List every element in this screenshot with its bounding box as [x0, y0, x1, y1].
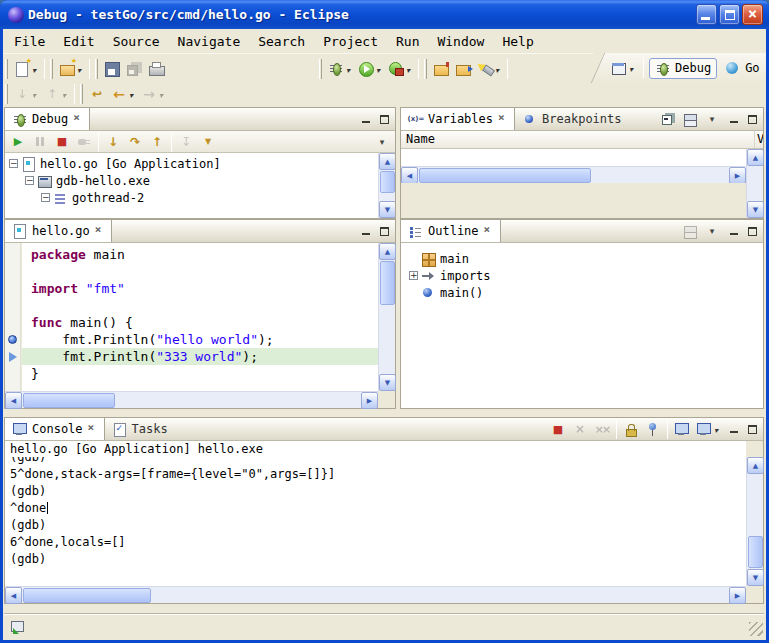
- breakpoint-icon[interactable]: [8, 335, 17, 344]
- editor-vertical-scrollbar[interactable]: [378, 243, 395, 391]
- variables-vertical-scrollbar[interactable]: [746, 149, 763, 218]
- menu-item-file[interactable]: File: [5, 32, 54, 51]
- menu-item-help[interactable]: Help: [493, 32, 542, 51]
- expander-icon[interactable]: +: [409, 271, 418, 280]
- scroll-down-button[interactable]: [379, 201, 395, 218]
- close-view-icon[interactable]: [483, 225, 493, 237]
- suspend-button[interactable]: [29, 132, 51, 152]
- maximize-view-button[interactable]: [744, 112, 761, 127]
- tab-tasks[interactable]: Tasks: [105, 418, 175, 440]
- ruler-row[interactable]: [5, 365, 20, 382]
- editor-code[interactable]: package mainimport "fmt"func main() { fm…: [22, 243, 378, 391]
- search-button[interactable]: [474, 57, 504, 81]
- expander-icon[interactable]: −: [41, 193, 50, 202]
- toolbar-grip[interactable]: [319, 59, 322, 79]
- debug-vertical-scrollbar[interactable]: [378, 153, 395, 218]
- menu-item-edit[interactable]: Edit: [54, 32, 103, 51]
- close-editor-icon[interactable]: [94, 225, 104, 237]
- tab-hello-go[interactable]: hello.go: [5, 220, 112, 242]
- scrollbar-thumb[interactable]: [23, 393, 115, 408]
- close-view-icon[interactable]: [87, 423, 97, 435]
- scrollbar-thumb[interactable]: [419, 168, 591, 183]
- view-menu-button[interactable]: [701, 107, 723, 131]
- scroll-left-button[interactable]: [5, 587, 22, 604]
- remove-all-launches-button[interactable]: [591, 417, 613, 441]
- ruler-row[interactable]: [5, 331, 20, 348]
- drop-to-frame-button[interactable]: [175, 132, 197, 152]
- debug-tree-item[interactable]: −gdb-hello.exe: [5, 172, 395, 189]
- previous-annotation-button[interactable]: [41, 84, 71, 104]
- code-line[interactable]: }: [22, 365, 378, 382]
- use-step-filters-button[interactable]: [197, 132, 219, 152]
- open-console-button[interactable]: [693, 417, 723, 441]
- close-view-icon[interactable]: [497, 113, 507, 125]
- forward-button[interactable]: [138, 84, 168, 104]
- view-menu-button[interactable]: [371, 132, 393, 152]
- back-button[interactable]: [108, 84, 138, 104]
- scroll-down-button[interactable]: [747, 201, 764, 218]
- code-line[interactable]: [22, 263, 378, 280]
- tab-outline[interactable]: Outline: [401, 220, 501, 242]
- console-horizontal-scrollbar[interactable]: [5, 586, 746, 603]
- scroll-up-button[interactable]: [747, 457, 764, 474]
- toolbar-grip[interactable]: [5, 84, 8, 104]
- set-layout-button[interactable]: [679, 107, 701, 131]
- terminate-button[interactable]: [51, 132, 73, 152]
- code-line[interactable]: func main() {: [22, 314, 378, 331]
- step-over-button[interactable]: [124, 132, 146, 152]
- toolbar-grip[interactable]: [50, 59, 53, 79]
- scroll-up-button[interactable]: [379, 153, 395, 170]
- scrollbar-thumb[interactable]: [380, 171, 395, 193]
- view-menu-button[interactable]: [701, 219, 723, 243]
- close-view-icon[interactable]: [72, 113, 82, 125]
- menu-item-navigate[interactable]: Navigate: [169, 32, 250, 51]
- run-button[interactable]: [355, 57, 385, 81]
- editor-ruler[interactable]: [5, 243, 21, 391]
- fast-view-button[interactable]: [7, 614, 29, 638]
- code-line[interactable]: [22, 297, 378, 314]
- resume-button[interactable]: [7, 132, 29, 152]
- minimize-view-button[interactable]: [725, 224, 742, 239]
- save-all-button[interactable]: [123, 57, 145, 81]
- minimize-button[interactable]: [696, 4, 717, 25]
- link-with-editor-button[interactable]: [679, 219, 701, 243]
- code-line[interactable]: package main: [22, 246, 378, 263]
- pin-console-button[interactable]: [642, 417, 664, 441]
- variables-tree-area[interactable]: [401, 149, 746, 166]
- resize-grip-icon[interactable]: [749, 622, 763, 636]
- step-return-button[interactable]: [146, 132, 168, 152]
- maximize-view-button[interactable]: [744, 224, 761, 239]
- scroll-right-button[interactable]: [729, 587, 746, 604]
- debug-tree-item[interactable]: −gothread-2: [5, 189, 395, 206]
- scroll-down-button[interactable]: [379, 374, 396, 391]
- scroll-up-button[interactable]: [379, 243, 396, 260]
- menu-item-project[interactable]: Project: [314, 32, 387, 51]
- debug-button[interactable]: [325, 57, 355, 81]
- title-bar[interactable]: Debug - testGo/src/cmd/hello.go - Eclips…: [0, 0, 769, 29]
- menu-item-source[interactable]: Source: [104, 32, 169, 51]
- new-wizard-button[interactable]: [11, 57, 41, 81]
- toolbar-grip[interactable]: [424, 59, 427, 79]
- maximize-view-button[interactable]: [376, 112, 393, 127]
- scroll-up-button[interactable]: [747, 149, 764, 166]
- menu-item-run[interactable]: Run: [387, 32, 428, 51]
- code-line[interactable]: fmt.Println("333 world");: [22, 348, 378, 365]
- minimize-view-button[interactable]: [357, 112, 374, 127]
- ruler-row[interactable]: [5, 280, 20, 297]
- scroll-right-button[interactable]: [361, 392, 378, 409]
- tab-variables[interactable]: Variables: [401, 108, 515, 130]
- tab-console[interactable]: Console: [5, 418, 105, 440]
- display-selected-console-button[interactable]: [671, 417, 693, 441]
- open-resource-button[interactable]: [452, 57, 474, 81]
- minimize-view-button[interactable]: [357, 224, 374, 239]
- close-button[interactable]: [742, 4, 763, 25]
- last-edit-location-button[interactable]: [86, 84, 108, 104]
- scroll-left-button[interactable]: [5, 392, 22, 409]
- expander-icon[interactable]: −: [9, 159, 18, 168]
- tab-debug[interactable]: Debug: [5, 108, 90, 130]
- step-into-button[interactable]: [102, 132, 124, 152]
- menu-item-search[interactable]: Search: [249, 32, 314, 51]
- scrollbar-thumb[interactable]: [380, 261, 395, 305]
- variables-horizontal-scrollbar[interactable]: [401, 166, 746, 183]
- debug-tree-item[interactable]: −hello.go [Go Application]: [5, 155, 395, 172]
